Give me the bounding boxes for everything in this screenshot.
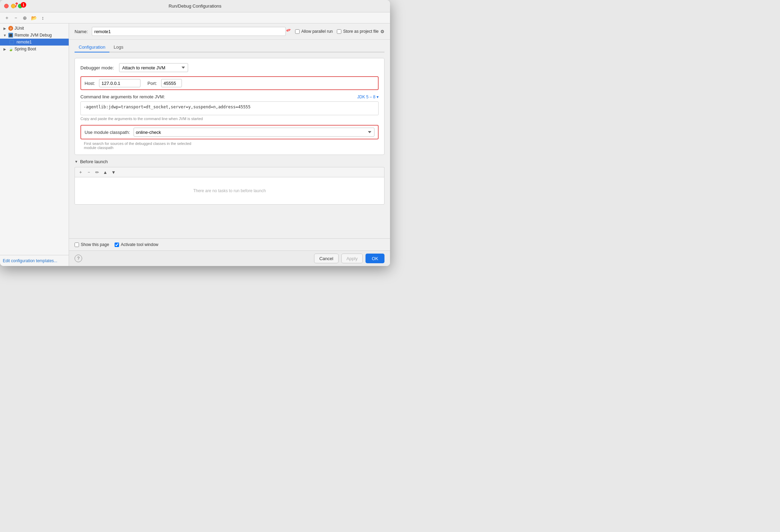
config-form-section: Debugger mode: Attach to remote JVM Host… (75, 58, 384, 155)
before-launch-body: There are no tasks to run before launch (75, 177, 384, 205)
before-launch-section: ▼ Before launch ＋ － ✏ ▲ ▼ There are no t… (75, 159, 384, 205)
cmdline-section: Command line arguments for remote JVM: J… (80, 94, 379, 121)
store-as-project-label: Store as project file (343, 29, 379, 34)
config-body: Configuration Logs Debugger mode: Attach… (69, 40, 390, 238)
cmdline-label: Command line arguments for remote JVM: (80, 94, 165, 99)
port-input[interactable] (161, 79, 182, 87)
allow-parallel-run-option[interactable]: Allow parallel run (295, 29, 333, 34)
apply-button[interactable]: Apply (341, 254, 363, 263)
traffic-lights (4, 4, 22, 8)
host-input[interactable] (99, 79, 140, 87)
module-hint-line1: First search for sources of the debugged… (84, 141, 191, 146)
dialog-footer: ? Cancel Apply OK (69, 250, 390, 266)
no-tasks-text: There are no tasks to run before launch (193, 188, 266, 193)
edit-templates-link[interactable]: Edit configuration templates... (3, 258, 57, 263)
module-classpath-row: Use module classpath: online-check (80, 125, 379, 139)
port-label: Port: (147, 81, 157, 86)
before-launch-down-button[interactable]: ▼ (110, 169, 117, 176)
sidebar-item-junit[interactable]: ▶ J JUnit (0, 25, 69, 32)
module-hint-line2: module classpath (84, 146, 114, 150)
tab-logs[interactable]: Logs (109, 42, 127, 52)
sidebar-item-spring-boot-label: Spring Boot (14, 47, 36, 51)
sidebar-item-remote-jvm-label: Remote JVM Debug (14, 33, 52, 38)
config-tree: ▶ J JUnit ▼ ⬛ Remote JVM Debug remote1 ▶… (0, 23, 69, 255)
module-hint: First search for sources of the debugged… (84, 141, 379, 150)
sidebar-item-remote-jvm[interactable]: ▼ ⬛ Remote JVM Debug (0, 32, 69, 39)
show-page-label: Show this page (81, 242, 109, 247)
spring-boot-arrow-icon: ▶ (3, 47, 7, 51)
allow-parallel-run-label: Allow parallel run (301, 29, 333, 34)
badge-number: 1 (21, 2, 26, 8)
activate-tool-label: Activate tool window (121, 242, 158, 247)
spring-boot-icon: 🍃 (8, 47, 13, 51)
main-layout: ▶ J JUnit ▼ ⬛ Remote JVM Debug remote1 ▶… (0, 23, 390, 266)
config-tabs: Configuration Logs (75, 40, 384, 52)
before-launch-arrow-icon[interactable]: ▼ (75, 160, 78, 164)
before-launch-remove-button[interactable]: － (85, 169, 92, 176)
config-content: Name: ✏ Allow parallel run Store as proj… (69, 23, 390, 266)
show-page-checkbox[interactable] (75, 243, 79, 247)
cancel-button[interactable]: Cancel (314, 254, 338, 263)
host-port-row: Host: Port: (80, 76, 379, 90)
gear-icon[interactable]: ⚙ (380, 29, 384, 34)
jdk-link[interactable]: JDK 5 – 8 ▾ (357, 95, 379, 99)
sidebar-footer: Edit configuration templates... (0, 255, 69, 266)
sidebar-item-junit-label: JUnit (14, 26, 24, 31)
before-launch-add-button[interactable]: ＋ (77, 169, 84, 176)
help-button[interactable]: ? (75, 255, 82, 262)
bottom-options: Show this page Activate tool window (69, 238, 390, 250)
folder-config-button[interactable]: 📂 (30, 14, 38, 22)
host-label: Host: (85, 81, 95, 86)
before-launch-toolbar: ＋ － ✏ ▲ ▼ (75, 167, 384, 177)
close-button[interactable] (4, 4, 9, 8)
debugger-mode-select[interactable]: Attach to remote JVM (119, 63, 188, 72)
name-label: Name: (75, 29, 88, 34)
before-launch-header: ▼ Before launch (75, 159, 384, 164)
minimize-button[interactable] (11, 4, 16, 8)
config-header: Name: ✏ Allow parallel run Store as proj… (69, 23, 390, 40)
store-as-project-checkbox[interactable] (337, 29, 341, 34)
remote-jvm-icon: ⬛ (8, 33, 13, 38)
configurations-toolbar: ＋ － ⊕ 📂 ↕ (0, 12, 390, 23)
footer-buttons: Cancel Apply OK (314, 254, 384, 263)
before-launch-edit-button[interactable]: ✏ (94, 169, 100, 176)
store-as-project-option[interactable]: Store as project file ⚙ (337, 29, 384, 34)
sidebar-item-remote1[interactable]: remote1 (0, 39, 69, 46)
show-page-option[interactable]: Show this page (75, 242, 109, 247)
module-select-wrapper: online-check (134, 128, 374, 137)
junit-arrow-icon: ▶ (3, 26, 7, 30)
ok-button[interactable]: OK (365, 254, 384, 263)
activate-tool-option[interactable]: Activate tool window (115, 242, 158, 247)
cmdline-header: Command line arguments for remote JVM: J… (80, 94, 379, 99)
allow-parallel-run-checkbox[interactable] (295, 29, 300, 34)
module-classpath-select[interactable]: online-check (134, 128, 374, 137)
sidebar-item-remote1-label: remote1 (17, 40, 32, 45)
remote-jvm-arrow-icon: ▼ (3, 33, 7, 37)
window-title: Run/Debug Configurations (168, 3, 221, 9)
sidebar-item-spring-boot[interactable]: ▶ 🍃 Spring Boot (0, 46, 69, 52)
cmdline-hint: Copy and paste the arguments to the comm… (80, 117, 379, 121)
copy-config-button[interactable]: ⊕ (21, 14, 29, 22)
pencil-annotation: ✏ (285, 26, 292, 34)
activate-tool-checkbox[interactable] (115, 243, 119, 247)
add-config-button[interactable]: ＋ (3, 14, 11, 22)
module-classpath-label: Use module classpath: (85, 130, 130, 135)
header-options: Allow parallel run Store as project file… (295, 29, 384, 34)
sort-config-button[interactable]: ↕ (39, 14, 47, 22)
remove-config-button[interactable]: － (12, 14, 20, 22)
remote1-icon (10, 40, 14, 44)
titlebar: 1 ↗ Run/Debug Configurations (0, 0, 390, 12)
junit-icon: J (8, 26, 13, 31)
name-input[interactable] (92, 27, 286, 36)
sidebar: ▶ J JUnit ▼ ⬛ Remote JVM Debug remote1 ▶… (0, 23, 69, 266)
tab-configuration[interactable]: Configuration (75, 42, 109, 52)
debugger-mode-label: Debugger mode: (80, 65, 115, 70)
before-launch-up-button[interactable]: ▲ (102, 169, 109, 176)
cmdline-box: -agentlib:jdwp=transport=dt_socket,serve… (80, 101, 379, 115)
before-launch-title: Before launch (80, 159, 108, 164)
debugger-mode-row: Debugger mode: Attach to remote JVM (80, 63, 379, 72)
